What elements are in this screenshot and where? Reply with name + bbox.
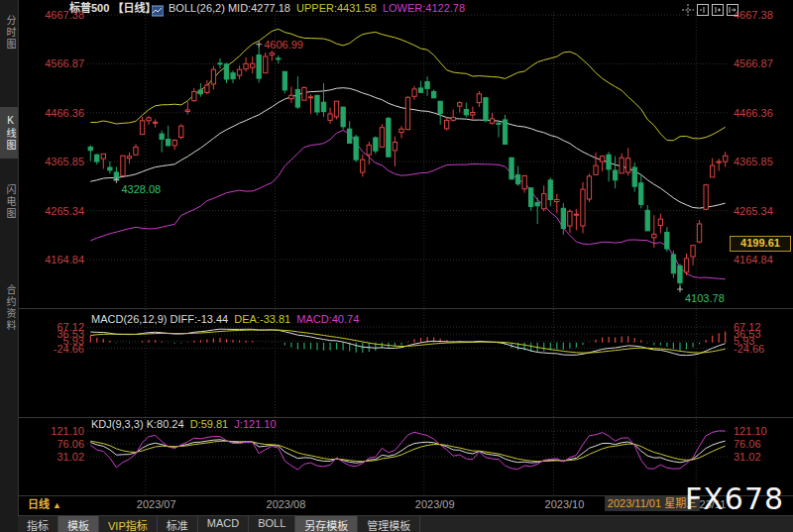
axis-tick-label: 4466.36 (33, 107, 84, 119)
axis-tick-label: 31.02 (734, 451, 761, 463)
tab-boll[interactable]: BOLL (249, 516, 295, 532)
chart-canvas[interactable]: 4606.994328.084103.78 (0, 0, 793, 532)
kdj-k: K:80.24 (147, 418, 184, 430)
panel-divider[interactable] (18, 308, 793, 309)
axis-tick-label: 4365.85 (734, 156, 773, 167)
axis-tick-label: 76.06 (33, 438, 84, 450)
tab-vip-indicators[interactable]: VIP指标 (99, 516, 158, 532)
sidebar-item-kline-chart[interactable]: K线图 (0, 107, 18, 159)
chart-toolbar (682, 2, 738, 15)
x-axis-label: 2023/10 (545, 498, 585, 510)
axis-tick-label: 4667.38 (734, 9, 773, 21)
period-selector[interactable]: 日线 ▲ (28, 498, 61, 512)
macd-diff: DIFF:-13.44 (170, 313, 228, 325)
pan-right-icon[interactable] (727, 2, 738, 14)
axis-tick-label: 4466.36 (734, 107, 773, 119)
x-axis-label: 2023/09 (415, 498, 455, 510)
tab-manage-template[interactable]: 管理模板 (358, 516, 420, 532)
panel-divider[interactable] (18, 417, 793, 418)
sidebar-item-time-chart[interactable]: 分时图 (0, 5, 18, 60)
x-axis-label: 2023/08 (267, 498, 306, 510)
crosshair-price-tag: 4199.61 (730, 236, 791, 252)
svg-text:4606.99: 4606.99 (264, 39, 303, 51)
x-axis-label: 2023/07 (137, 498, 176, 510)
bottom-tab-bar: 指标 模板 VIP指标 标准 MACD BOLL 另存模板 管理模板 (18, 515, 793, 532)
zoom-out-icon[interactable] (697, 2, 709, 14)
boll-label: BOLL(26,2) (169, 2, 225, 14)
axis-tick-label: 76.06 (734, 438, 761, 450)
zoom-in-icon[interactable] (712, 2, 724, 14)
axis-tick-label: 4566.87 (33, 57, 84, 69)
period-label: 日线 (28, 498, 50, 510)
sidebar: 分时图 K线图 闪电图 合约资料 (0, 0, 19, 532)
tab-indicators[interactable]: 指标 (18, 516, 58, 532)
sidebar-item-lightning-chart[interactable]: 闪电图 (0, 174, 18, 230)
macd-dea: DEA:-33.81 (234, 313, 290, 325)
axis-tick-label: 4365.85 (33, 156, 84, 167)
kdj-readout: KDJ(9,3,3) K:80.24 D:59.81 J:121.10 (91, 418, 277, 431)
fx678-watermark: FX678 (685, 481, 784, 516)
axis-tick-label: 4164.84 (33, 254, 84, 266)
axis-tick-label: 121.10 (734, 425, 767, 437)
kdj-j: J:121.10 (234, 418, 276, 430)
boll-readout: BOLL(26,2) MID:4277.18 UPPER:4431.58 LOW… (169, 2, 465, 15)
trading-app-window: 4606.994328.084103.78 分时图 K线图 闪电图 合约资料 标… (0, 0, 793, 532)
axis-tick-label: 4265.34 (734, 205, 773, 217)
axis-tick-label: 31.02 (33, 451, 84, 463)
tab-save-template[interactable]: 另存模板 (295, 516, 358, 532)
axis-tick-label: -24.66 (734, 343, 764, 355)
dropup-icon: ▲ (53, 500, 61, 510)
macd-readout: MACD(26,12,9) DIFF:-13.44 DEA:-33.81 MAC… (91, 313, 359, 326)
axis-tick-label: 4265.34 (33, 205, 84, 217)
macd-macd: MACD:40.74 (296, 313, 359, 325)
tab-standard[interactable]: 标准 (158, 516, 198, 532)
axis-tick-label: 4164.84 (734, 254, 773, 266)
boll-mid: MID:4277.18 (228, 2, 290, 14)
macd-title: MACD(26,12,9) (91, 313, 167, 325)
svg-text:4328.08: 4328.08 (121, 183, 161, 195)
axis-tick-label: 4667.38 (33, 9, 84, 21)
kdj-title: KDJ(9,3,3) (91, 418, 144, 430)
kline-chart-icon (152, 3, 164, 15)
sidebar-item-contract-info[interactable]: 合约资料 (0, 271, 18, 345)
axis-tick-label: 4566.87 (734, 57, 773, 69)
tab-templates[interactable]: 模板 (58, 516, 99, 532)
kdj-d: D:59.81 (190, 418, 229, 430)
boll-upper: UPPER:4431.58 (296, 2, 377, 14)
axis-tick-label: -24.66 (33, 343, 84, 355)
boll-lower: LOWER:4122.78 (383, 2, 465, 14)
crosshair-icon[interactable] (682, 2, 694, 14)
period-tag: 【日线】 (112, 2, 156, 14)
svg-text:4103.78: 4103.78 (685, 292, 725, 304)
tab-macd[interactable]: MACD (198, 516, 249, 532)
axis-tick-label: 121.10 (33, 425, 84, 437)
